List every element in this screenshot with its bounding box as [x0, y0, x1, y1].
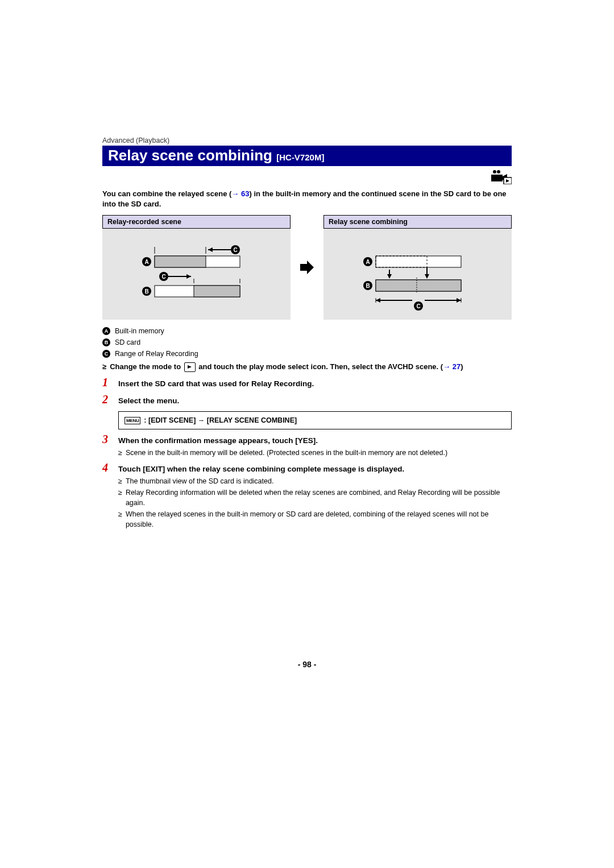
step-4-note-3-text: When the relayed scenes in the built-in … [126, 509, 512, 530]
svg-point-0 [493, 170, 496, 173]
xref-number: 27 [453, 362, 460, 371]
diagram-relay-recorded: A C C B [102, 229, 291, 320]
svg-text:A: A [144, 259, 148, 265]
step-number-3: 3 [102, 433, 113, 446]
step-1: 1 Insert the SD card that was used for R… [102, 376, 512, 390]
diagram-table: Relay-recorded scene A C C B [102, 215, 512, 320]
svg-rect-34 [376, 280, 461, 291]
svg-text:B: B [144, 288, 148, 295]
combine-arrow-icon [298, 215, 316, 320]
step-4-note-2: ≥ Relay Recording information will be de… [118, 487, 512, 508]
step-number-4: 4 [102, 461, 113, 474]
legend-c-label: Range of Relay Recording [115, 348, 198, 359]
diagram-right-header: Relay scene combining [323, 215, 512, 229]
mode-instruction: ≥ Change the mode to and touch the play … [102, 362, 512, 373]
mode-text-3: ) [460, 362, 463, 371]
playback-mode-icon [491, 170, 512, 184]
svg-marker-45 [425, 274, 429, 279]
diagram-relay-combining: A B C [323, 229, 512, 320]
svg-rect-2 [491, 175, 503, 181]
diagram-left-header: Relay-recorded scene [102, 215, 291, 229]
svg-marker-48 [188, 365, 192, 369]
badge-b-icon: B [102, 338, 110, 346]
legend-row-a: A Built-in memory [102, 325, 512, 337]
step-3: 3 When the confirmation message appears,… [102, 433, 512, 447]
svg-rect-9 [155, 256, 206, 267]
svg-point-1 [497, 170, 500, 173]
legend: A Built-in memory B SD card C Range of R… [102, 325, 512, 359]
bullet-icon: ≥ [102, 362, 106, 373]
crossref-link[interactable]: → 63 [231, 189, 249, 198]
bullet-icon: ≥ [118, 487, 122, 508]
step-4-note-1-text: The thumbnail view of the SD card is ind… [126, 476, 274, 486]
menu-button-icon: MENU [125, 417, 140, 424]
legend-b-label: SD card [115, 337, 140, 348]
svg-text:C: C [416, 303, 420, 309]
svg-marker-19 [186, 274, 191, 279]
page: Advanced (Playback) Relay scene combinin… [0, 0, 614, 868]
step-4-note-1: ≥ The thumbnail view of the SD card is i… [118, 476, 512, 486]
bullet-icon: ≥ [118, 448, 122, 458]
svg-marker-41 [457, 298, 461, 303]
step-4-note-3: ≥ When the relayed scenes in the built-i… [118, 509, 512, 530]
svg-rect-23 [194, 286, 240, 297]
svg-marker-39 [376, 298, 380, 303]
title-bar: Relay scene combining [HC-V720M] [102, 146, 512, 166]
svg-text:C: C [161, 274, 165, 280]
svg-marker-13 [208, 247, 213, 252]
bullet-icon: ≥ [118, 476, 122, 486]
bullet-icon: ≥ [118, 509, 122, 530]
step-2: 2 Select the menu. [102, 393, 512, 407]
svg-rect-29 [376, 256, 461, 267]
step-1-text: Insert the SD card that was used for Rel… [118, 379, 512, 390]
svg-marker-26 [300, 261, 314, 274]
step-4-note-2-text: Relay Recording information will be dele… [126, 487, 512, 508]
diagram-right-column: Relay scene combining A B C [323, 215, 512, 320]
page-title: Relay scene combining [108, 147, 276, 164]
step-number-2: 2 [102, 393, 113, 406]
play-mode-icon [184, 362, 196, 372]
diagram-left-column: Relay-recorded scene A C C B [102, 215, 291, 320]
svg-marker-47 [387, 274, 392, 279]
legend-a-label: Built-in memory [115, 325, 164, 337]
crossref-link-27[interactable]: → 27 [443, 362, 460, 371]
step-3-note-text: Scene in the built-in memory will be del… [126, 448, 447, 458]
step-4-text: Touch [EXIT] when the relay scene combin… [118, 464, 512, 475]
step-4: 4 Touch [EXIT] when the relay scene comb… [102, 461, 512, 475]
intro-part1: You can combine the relayed scene ( [102, 189, 231, 198]
badge-a-icon: A [102, 327, 110, 335]
step-3-text: When the confirmation message appears, t… [118, 436, 512, 447]
badge-c-icon: C [102, 350, 110, 358]
intro-paragraph: You can combine the relayed scene (→ 63)… [102, 188, 512, 209]
xref-arrow: → [443, 362, 453, 371]
section-breadcrumb: Advanced (Playback) [102, 137, 512, 144]
mode-text-1: Change the mode to [110, 362, 183, 371]
xref-arrow: → [231, 189, 241, 198]
step-3-note: ≥ Scene in the built-in memory will be d… [118, 448, 512, 458]
step-number-1: 1 [102, 376, 113, 389]
menu-path-text: : [EDIT SCENE] → [RELAY SCENE COMBINE] [144, 416, 297, 424]
page-title-model: [HC-V720M] [276, 152, 324, 162]
legend-row-c: C Range of Relay Recording [102, 348, 512, 359]
xref-number: 63 [241, 189, 249, 198]
legend-row-b: B SD card [102, 337, 512, 348]
step-2-text: Select the menu. [118, 396, 512, 407]
menu-path-box: MENU : [EDIT SCENE] → [RELAY SCENE COMBI… [118, 411, 512, 429]
svg-text:B: B [366, 283, 370, 289]
svg-text:C: C [233, 247, 237, 253]
page-number: - 98 - [0, 660, 614, 669]
svg-text:A: A [366, 259, 370, 265]
mode-text-2: and touch the play mode select icon. The… [198, 362, 443, 371]
